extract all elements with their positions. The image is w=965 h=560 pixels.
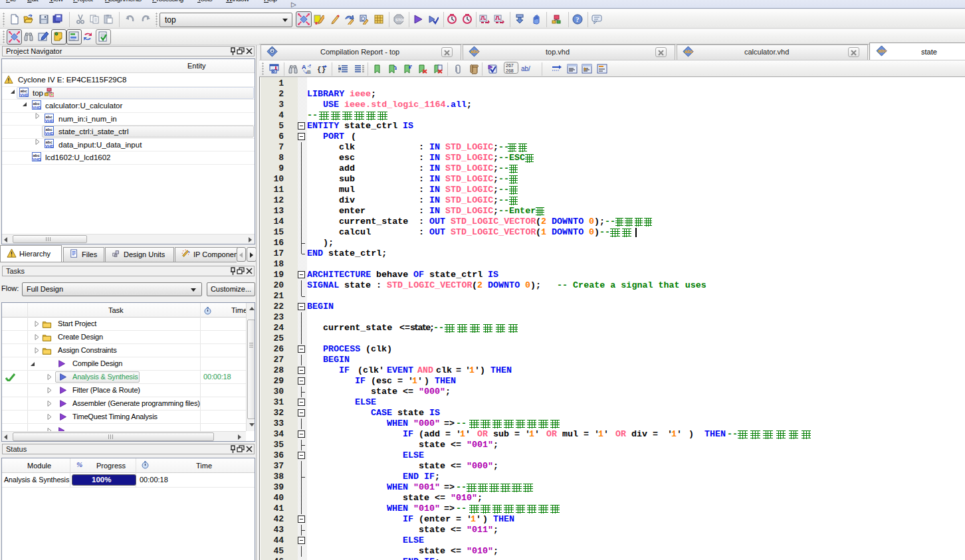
svg-text:{}: {} bbox=[317, 66, 326, 74]
svg-text:abc: abc bbox=[21, 89, 28, 93]
svg-text:D: D bbox=[361, 15, 366, 22]
svg-text:VHD: VHD bbox=[33, 106, 41, 110]
svg-text:STOP: STOP bbox=[395, 18, 404, 22]
svg-text:B: B bbox=[307, 69, 311, 74]
svg-text:ab/: ab/ bbox=[521, 65, 530, 72]
svg-text:abc: abc bbox=[46, 115, 53, 119]
svg-text:abc: abc bbox=[471, 48, 479, 54]
svg-text:VHD: VHD bbox=[45, 119, 54, 123]
svg-text:VHD: VHD bbox=[45, 132, 54, 136]
svg-text:abc: abc bbox=[33, 153, 41, 157]
svg-text:VHD: VHD bbox=[20, 93, 29, 97]
svg-text:A: A bbox=[302, 64, 306, 70]
svg-text:VHD: VHD bbox=[33, 157, 41, 161]
svg-text:abc: abc bbox=[878, 48, 887, 54]
svg-text:abc: abc bbox=[33, 102, 41, 106]
svg-text:?: ? bbox=[576, 15, 580, 23]
svg-text:abc: abc bbox=[46, 128, 53, 132]
svg-text:abc: abc bbox=[685, 48, 693, 54]
svg-text:267: 267 bbox=[506, 63, 514, 68]
svg-text:268: 268 bbox=[506, 68, 514, 73]
svg-text:VHD: VHD bbox=[45, 144, 54, 148]
svg-text:abc: abc bbox=[46, 140, 53, 144]
